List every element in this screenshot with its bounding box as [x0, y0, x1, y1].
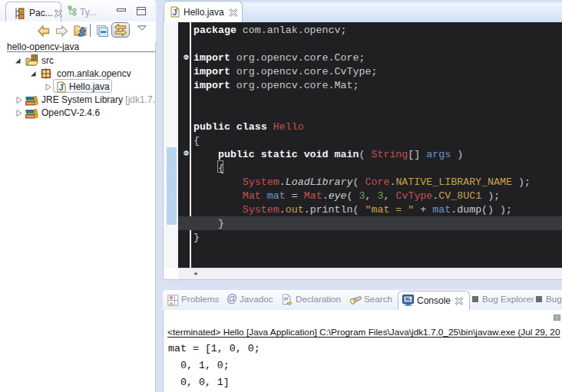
svg-text:J: J [59, 83, 64, 92]
svg-text:J: J [173, 8, 177, 17]
